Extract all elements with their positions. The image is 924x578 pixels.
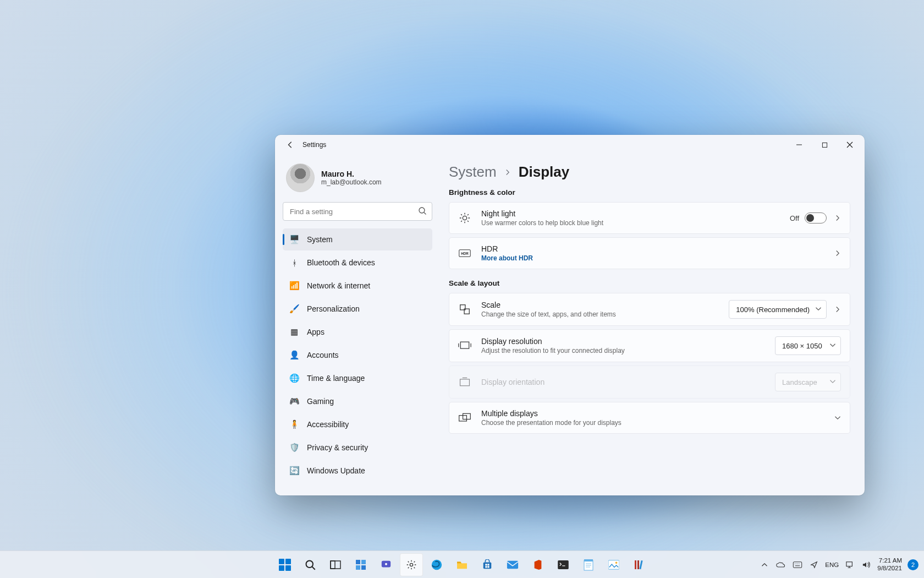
svg-rect-0 [822, 143, 827, 147]
night-light-toggle[interactable]: Off [790, 212, 827, 223]
search-input[interactable] [283, 202, 432, 221]
network-icon[interactable] [844, 559, 855, 570]
sidebar-item-system[interactable]: 🖥️System [283, 228, 432, 250]
svg-rect-15 [361, 560, 366, 564]
hdr-row[interactable]: HDR HDR More about HDR [449, 237, 850, 269]
sidebar-item-personalization[interactable]: 🖌️Personalization [283, 298, 432, 320]
svg-rect-28 [558, 560, 569, 569]
svg-rect-13 [331, 561, 335, 569]
chat-button[interactable] [375, 553, 398, 576]
resolution-row[interactable]: Display resolution Adjust the resolution… [449, 329, 850, 362]
night-light-row[interactable]: Night light Use warmer colors to help bl… [449, 202, 850, 234]
user-account-row[interactable]: Mauro H. m_lab@outlook.com [283, 160, 432, 202]
close-button[interactable] [837, 136, 862, 154]
terminal-icon [558, 560, 569, 569]
search-button[interactable] [299, 553, 322, 576]
onedrive-icon[interactable] [776, 559, 787, 570]
notification-badge[interactable]: 2 [908, 559, 919, 570]
mail-icon [507, 560, 519, 570]
svg-rect-35 [639, 560, 642, 569]
sidebar-item-bluetooth-devices[interactable]: ᚼBluetooth & devices [283, 252, 432, 274]
multiple-subtitle: Choose the presentation mode for your di… [481, 419, 824, 427]
sidebar-item-label: System [307, 235, 333, 244]
orientation-title: Display orientation [481, 378, 765, 386]
minimize-button[interactable] [787, 136, 812, 154]
breadcrumb-leaf: Display [519, 163, 570, 181]
nav-icon: 🖥️ [289, 235, 299, 244]
store-icon [482, 559, 493, 570]
multiple-displays-icon [458, 412, 471, 423]
app-misc-button[interactable] [628, 553, 651, 576]
photos-button[interactable] [602, 553, 625, 576]
settings-taskbar-button[interactable] [400, 553, 423, 576]
sidebar-item-label: Accounts [307, 351, 339, 359]
edge-button[interactable] [425, 553, 448, 576]
notepad-button[interactable] [577, 553, 600, 576]
svg-rect-24 [487, 564, 489, 565]
user-name: Mauro H. [321, 170, 382, 178]
edge-icon [431, 559, 443, 571]
settings-window: Settings Mauro H. m_lab@outlook.com [275, 135, 865, 495]
sidebar-item-time-language[interactable]: 🌐Time & language [283, 367, 432, 389]
scale-row[interactable]: Scale Change the size of text, apps, and… [449, 293, 850, 326]
scale-title: Scale [481, 301, 719, 309]
mail-button[interactable] [501, 553, 524, 576]
nav-icon: 🧍 [289, 419, 299, 429]
orientation-value: Landscape [782, 378, 817, 386]
svg-rect-7 [460, 342, 469, 348]
keyboard-icon[interactable] [792, 559, 803, 570]
arrow-left-icon [287, 141, 294, 149]
maximize-button[interactable] [812, 136, 837, 154]
chevron-down-icon [834, 415, 841, 421]
breadcrumb-root[interactable]: System [449, 163, 497, 181]
clock-date: 9/8/2021 [877, 565, 902, 572]
sidebar-item-apps[interactable]: ▦Apps [283, 321, 432, 343]
chat-icon [381, 559, 392, 570]
gear-icon [406, 559, 417, 570]
office-button[interactable] [526, 553, 549, 576]
task-view-icon [330, 560, 341, 569]
sidebar-item-gaming[interactable]: 🎮Gaming [283, 390, 432, 412]
task-view-button[interactable] [324, 553, 347, 576]
terminal-button[interactable] [552, 553, 575, 576]
store-button[interactable] [476, 553, 499, 576]
resolution-dropdown[interactable]: 924 × 578 [775, 336, 841, 355]
svg-rect-14 [356, 560, 360, 564]
scale-dropdown[interactable]: 100% (Recommended) [729, 300, 827, 319]
language-indicator[interactable]: ENG [825, 561, 839, 568]
nav-list: 🖥️SystemᚼBluetooth & devices📶Network & i… [283, 228, 432, 482]
location-icon[interactable] [809, 559, 820, 570]
volume-icon[interactable] [861, 559, 872, 570]
svg-rect-34 [637, 560, 639, 569]
nav-icon: ᚼ [289, 258, 299, 268]
nav-icon: 👤 [289, 350, 299, 360]
user-email: m_lab@outlook.com [321, 178, 382, 186]
multiple-displays-row[interactable]: Multiple displays Choose the presentatio… [449, 402, 850, 434]
titlebar: Settings [275, 135, 865, 155]
clock[interactable]: 7:21 AM 9/8/2021 [877, 557, 902, 571]
svg-rect-33 [635, 560, 636, 569]
svg-rect-26 [487, 566, 489, 568]
window-title: Settings [302, 141, 326, 149]
widgets-button[interactable] [349, 553, 372, 576]
sidebar-item-label: Bluetooth & devices [307, 258, 375, 267]
svg-rect-12 [331, 561, 340, 569]
svg-rect-27 [507, 560, 518, 569]
file-explorer-button[interactable] [450, 553, 474, 576]
back-button[interactable] [283, 137, 298, 152]
bars-icon [634, 559, 644, 570]
sidebar-item-network-internet[interactable]: 📶Network & internet [283, 275, 432, 297]
sidebar-item-label: Apps [307, 328, 324, 336]
sidebar-item-accounts[interactable]: 👤Accounts [283, 344, 432, 366]
svg-rect-8 [460, 379, 470, 386]
sidebar-item-label: Network & internet [307, 281, 370, 290]
sidebar-item-accessibility[interactable]: 🧍Accessibility [283, 413, 432, 435]
sidebar-item-privacy-security[interactable]: 🛡️Privacy & security [283, 437, 432, 459]
start-button[interactable] [273, 553, 296, 576]
svg-rect-16 [356, 565, 360, 570]
tray-overflow-button[interactable] [759, 559, 770, 570]
hdr-more-link[interactable]: More about HDR [481, 254, 824, 262]
folder-icon [456, 560, 468, 570]
chevron-down-icon [829, 378, 836, 385]
sidebar-item-windows-update[interactable]: 🔄Windows Update [283, 460, 432, 482]
